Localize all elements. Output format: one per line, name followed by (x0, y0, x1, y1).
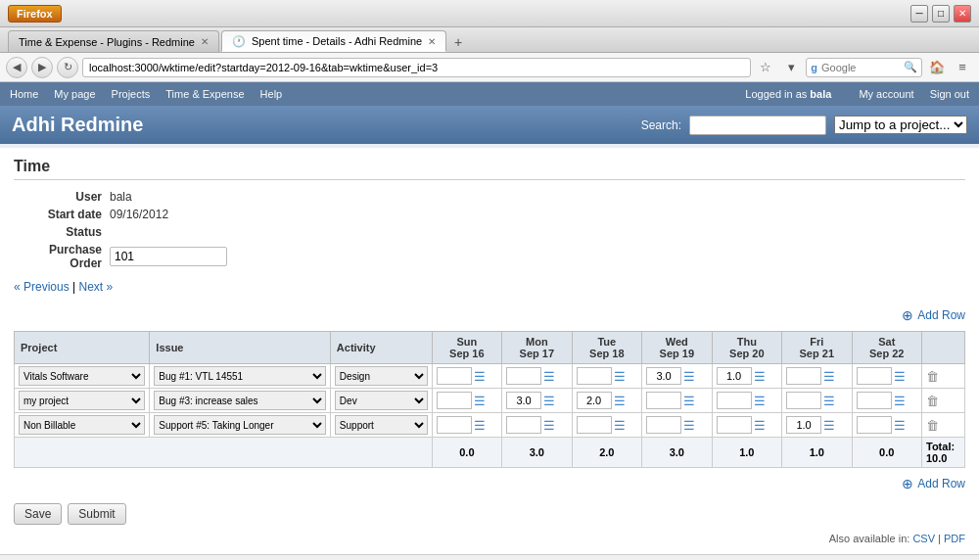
new-tab-button[interactable]: + (448, 32, 468, 52)
submit-button[interactable]: Submit (68, 503, 125, 525)
nav-projects[interactable]: Projects (112, 88, 151, 100)
main-content: Time User bala Start date 09/16/2012 Sta… (0, 148, 979, 554)
next-link[interactable]: Next » (79, 280, 114, 294)
back-button[interactable]: ◀ (6, 57, 27, 78)
tab-spent-time[interactable]: 🕐 Spent time - Details - Adhi Redmine ✕ (221, 30, 446, 52)
nav-time-expense[interactable]: Time & Expense (165, 88, 244, 100)
row2-tue-list-icon[interactable]: ☰ (614, 394, 626, 408)
table-header-row: Project Issue Activity SunSep 16 MonSep … (15, 332, 965, 364)
row1-thu-cell: ☰ (712, 364, 781, 389)
row2-mon-list-icon[interactable]: ☰ (543, 394, 555, 408)
address-input[interactable] (82, 58, 751, 77)
row1-tue-list-icon[interactable]: ☰ (614, 369, 626, 384)
row1-mon-input[interactable] (506, 367, 541, 385)
row3-activity-select[interactable]: Support (335, 415, 428, 435)
row3-wed-list-icon[interactable]: ☰ (683, 418, 695, 433)
row2-issue-select[interactable]: Bug #3: increase sales (154, 391, 325, 410)
row3-issue-select[interactable]: Support #5: Taking Longer (154, 415, 325, 435)
row1-mon-list-icon[interactable]: ☰ (543, 369, 555, 384)
row1-thu-list-icon[interactable]: ☰ (754, 369, 766, 384)
tab-time-expense[interactable]: Time & Expense - Plugins - Redmine ✕ (8, 30, 219, 52)
row3-sun-input[interactable] (437, 416, 472, 434)
row2-tue-input[interactable] (577, 392, 612, 409)
row1-fri-list-icon[interactable]: ☰ (823, 369, 835, 384)
firefox-button[interactable]: Firefox (8, 5, 62, 23)
row2-wed-list-icon[interactable]: ☰ (683, 394, 695, 408)
row2-delete-icon[interactable]: 🗑 (926, 394, 939, 408)
nav-my-account[interactable]: My account (859, 88, 913, 100)
home-icon[interactable]: 🏠 (926, 57, 948, 78)
row2-sat-input[interactable] (857, 392, 892, 409)
reload-button[interactable]: ↻ (57, 57, 78, 78)
row1-issue-select[interactable]: Bug #1: VTL 14551 (154, 366, 325, 386)
row3-tue-list-icon[interactable]: ☰ (614, 418, 626, 433)
jump-to-project-select[interactable]: Jump to a project... (834, 116, 967, 134)
close-button[interactable]: ✕ (954, 5, 971, 23)
nav-home[interactable]: Home (10, 88, 38, 100)
row1-tue-input[interactable] (577, 367, 612, 385)
nav-help[interactable]: Help (260, 88, 283, 100)
add-row-top-link[interactable]: ⊕ Add Row (902, 303, 965, 327)
row2-thu-input[interactable] (717, 392, 752, 409)
tab2-close-icon[interactable]: ✕ (428, 36, 436, 47)
row3-sun-list-icon[interactable]: ☰ (474, 418, 486, 433)
row1-sat-cell: ☰ (852, 364, 921, 389)
row3-mon-list-icon[interactable]: ☰ (543, 418, 555, 433)
bottom-scrollbar[interactable] (0, 554, 979, 560)
row1-thu-input[interactable] (717, 367, 752, 385)
save-button[interactable]: Save (14, 503, 62, 525)
row2-mon-input[interactable] (506, 392, 541, 409)
row3-project-select[interactable]: Non Billable (19, 415, 145, 435)
row3-fri-list-icon[interactable]: ☰ (823, 418, 835, 433)
row1-delete-icon[interactable]: 🗑 (926, 369, 939, 384)
search-input[interactable] (821, 62, 900, 73)
row3-thu-cell: ☰ (712, 413, 781, 438)
previous-link[interactable]: « Previous (14, 280, 70, 294)
nav-my-page[interactable]: My page (54, 88, 95, 100)
row3-wed-input[interactable] (646, 416, 681, 434)
po-input[interactable] (110, 247, 227, 266)
row1-sun-input[interactable] (437, 367, 472, 385)
csv-link[interactable]: CSV (912, 533, 935, 544)
row1-sat-list-icon[interactable]: ☰ (894, 369, 906, 384)
status-label: Status (14, 225, 102, 239)
total-tue: 2.0 (572, 438, 641, 468)
pdf-link[interactable]: PDF (944, 533, 965, 544)
search-header-input[interactable] (689, 116, 826, 135)
row1-wed-list-icon[interactable]: ☰ (683, 369, 695, 384)
row3-fri-input[interactable] (786, 416, 821, 434)
row1-project-select[interactable]: Vitals Software (19, 366, 145, 386)
row3-mon-input[interactable] (506, 416, 541, 434)
tab1-close-icon[interactable]: ✕ (201, 36, 209, 47)
row3-sat-input[interactable] (857, 416, 892, 434)
row2-sun-list-icon[interactable]: ☰ (474, 394, 486, 408)
row3-thu-input[interactable] (717, 416, 752, 434)
row1-sun-list-icon[interactable]: ☰ (474, 369, 486, 384)
minimize-button[interactable]: ─ (910, 5, 928, 23)
maximize-button[interactable]: □ (932, 5, 950, 23)
row2-sun-input[interactable] (437, 392, 472, 409)
row2-activity-select[interactable]: Dev (335, 391, 428, 410)
row3-delete-icon[interactable]: 🗑 (926, 418, 939, 433)
row1-fri-input[interactable] (786, 367, 821, 385)
total-wed: 3.0 (642, 438, 712, 468)
row2-sat-list-icon[interactable]: ☰ (894, 394, 906, 408)
row2-thu-list-icon[interactable]: ☰ (754, 394, 766, 408)
row1-wed-input[interactable] (646, 367, 681, 385)
forward-button[interactable]: ▶ (31, 57, 53, 78)
row1-activity-select[interactable]: Design (335, 366, 428, 386)
bookmark-star-icon[interactable]: ☆ (755, 57, 776, 78)
row2-wed-input[interactable] (646, 392, 681, 409)
row3-thu-list-icon[interactable]: ☰ (754, 418, 766, 433)
row2-fri-input[interactable] (786, 392, 821, 409)
row3-sat-list-icon[interactable]: ☰ (894, 418, 906, 433)
add-row-bottom-link[interactable]: ⊕ Add Row (902, 472, 965, 495)
bookmark-list-icon[interactable]: ▾ (780, 57, 802, 78)
row3-tue-input[interactable] (577, 416, 612, 434)
menu-icon[interactable]: ≡ (952, 57, 973, 78)
row2-fri-list-icon[interactable]: ☰ (823, 394, 835, 408)
row2-project-select[interactable]: my project (19, 391, 145, 410)
user-row: User bala (14, 190, 965, 204)
row1-sat-input[interactable] (857, 367, 892, 385)
nav-sign-out[interactable]: Sign out (930, 88, 969, 100)
